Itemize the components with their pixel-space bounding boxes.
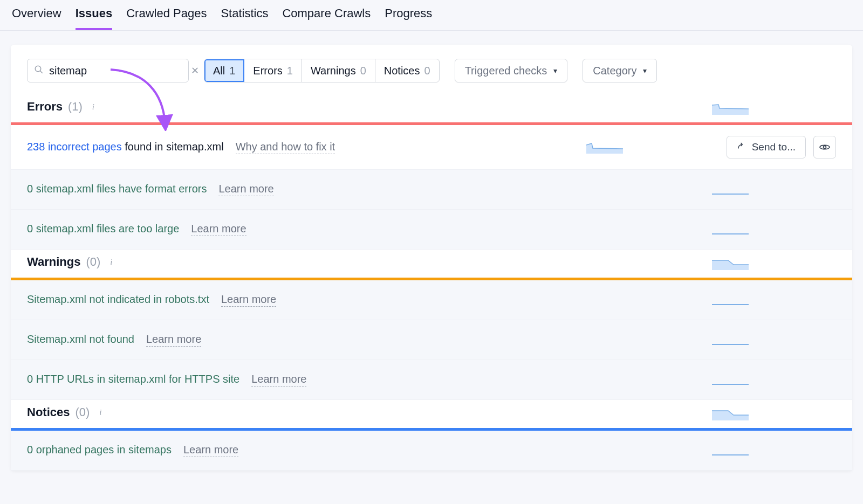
warnings-title: Warnings xyxy=(27,255,80,269)
learn-more-link[interactable]: Learn more xyxy=(251,373,306,386)
issue-row: 238 incorrect pages found in sitemap.xml… xyxy=(11,125,852,170)
svg-point-2 xyxy=(824,146,826,148)
tab-compare-crawls[interactable]: Compare Crawls xyxy=(282,6,371,30)
tab-overview[interactable]: Overview xyxy=(12,6,61,30)
issue-text: 0 HTTP URLs in sitemap.xml for HTTPS sit… xyxy=(27,373,239,385)
search-input[interactable]: ✕ xyxy=(27,59,189,82)
info-icon[interactable]: i xyxy=(106,257,117,267)
issues-panel: ✕ All 1 Errors 1 Warnings 0 Notices 0 Tr… xyxy=(11,45,852,471)
triggered-checks-label: Triggered checks xyxy=(465,65,547,77)
issue-row: 0 sitemap.xml files have format errors L… xyxy=(11,170,852,210)
filter-notices[interactable]: Notices 0 xyxy=(375,59,439,82)
top-tabs: Overview Issues Crawled Pages Statistics… xyxy=(0,0,863,31)
filter-all[interactable]: All 1 xyxy=(204,59,244,82)
warnings-count: (0) xyxy=(86,255,100,269)
issue-row: 0 HTTP URLs in sitemap.xml for HTTPS sit… xyxy=(11,360,852,400)
view-button[interactable] xyxy=(813,136,836,158)
notices-header-row: Notices (0) i xyxy=(11,400,852,428)
issue-row: 0 orphaned pages in sitemaps Learn more xyxy=(11,431,852,471)
sparkline xyxy=(712,444,836,457)
learn-more-link[interactable]: Learn more xyxy=(191,223,246,236)
notices-title: Notices xyxy=(27,405,70,419)
row-actions: Send to... xyxy=(727,136,836,158)
filter-all-count: 1 xyxy=(229,65,235,77)
issue-text: found in sitemap.xml xyxy=(125,141,223,153)
issue-text: Sitemap.xml not found xyxy=(27,333,134,346)
filter-warnings-label: Warnings xyxy=(311,65,356,77)
svg-line-1 xyxy=(40,71,43,73)
issue-text: Sitemap.xml not indicated in robots.txt xyxy=(27,293,209,306)
sparkline xyxy=(712,223,836,236)
send-to-label: Send to... xyxy=(752,141,796,153)
filter-warnings-count: 0 xyxy=(360,65,366,77)
clear-search-icon[interactable]: ✕ xyxy=(191,65,199,77)
errors-title: Errors xyxy=(27,100,63,114)
tab-issues[interactable]: Issues xyxy=(76,6,113,30)
category-label: Category xyxy=(593,65,636,77)
notices-count: (0) xyxy=(75,405,90,419)
errors-sparkline xyxy=(712,102,836,115)
issue-link[interactable]: 238 incorrect pages xyxy=(27,141,122,153)
chevron-down-icon: ▾ xyxy=(643,66,647,75)
notices-header: Notices (0) i xyxy=(11,400,712,428)
issue-row: 0 sitemap.xml files are too large Learn … xyxy=(11,210,852,250)
issue-row: Sitemap.xml not found Learn more xyxy=(11,320,852,360)
panel-controls: ✕ All 1 Errors 1 Warnings 0 Notices 0 Tr… xyxy=(11,45,852,94)
filter-errors[interactable]: Errors 1 xyxy=(244,59,302,82)
issue-row: Sitemap.xml not indicated in robots.txt … xyxy=(11,280,852,320)
triggered-checks-dropdown[interactable]: Triggered checks ▾ xyxy=(455,59,568,82)
learn-more-link[interactable]: Learn more xyxy=(218,183,273,196)
info-icon[interactable]: i xyxy=(88,101,99,112)
errors-header-row: Errors (1) i xyxy=(11,94,852,122)
type-filter-group: All 1 Errors 1 Warnings 0 Notices 0 xyxy=(204,59,440,82)
filter-errors-label: Errors xyxy=(253,65,282,77)
errors-count: (1) xyxy=(68,100,83,114)
errors-header: Errors (1) i xyxy=(11,94,712,122)
search-icon xyxy=(34,65,44,77)
warnings-header-row: Warnings (0) i xyxy=(11,250,852,278)
chevron-down-icon: ▾ xyxy=(553,66,557,75)
filter-warnings[interactable]: Warnings 0 xyxy=(302,59,375,82)
sparkline xyxy=(712,183,836,196)
learn-more-link[interactable]: Learn more xyxy=(221,293,276,307)
category-dropdown[interactable]: Category ▾ xyxy=(583,59,657,82)
filter-all-label: All xyxy=(213,65,225,77)
info-icon[interactable]: i xyxy=(95,407,106,418)
learn-more-link[interactable]: Learn more xyxy=(183,444,238,457)
sparkline xyxy=(712,374,836,386)
tab-statistics[interactable]: Statistics xyxy=(221,6,268,30)
tab-crawled-pages[interactable]: Crawled Pages xyxy=(126,6,207,30)
notices-sparkline xyxy=(712,408,836,420)
filter-notices-count: 0 xyxy=(424,65,430,77)
eye-icon xyxy=(819,141,830,154)
why-how-link[interactable]: Why and how to fix it xyxy=(236,141,335,154)
filter-notices-label: Notices xyxy=(384,65,420,77)
tab-progress[interactable]: Progress xyxy=(385,6,432,30)
filter-errors-count: 1 xyxy=(287,65,293,77)
warnings-header: Warnings (0) i xyxy=(11,250,712,278)
search-field[interactable] xyxy=(49,65,186,77)
sparkline xyxy=(712,334,836,347)
sparkline xyxy=(586,141,710,154)
learn-more-link[interactable]: Learn more xyxy=(146,333,201,347)
send-to-button[interactable]: Send to... xyxy=(727,136,806,158)
warnings-sparkline xyxy=(712,257,836,270)
issue-text: 0 sitemap.xml files have format errors xyxy=(27,183,207,195)
issue-text: 0 orphaned pages in sitemaps xyxy=(27,444,172,456)
sparkline xyxy=(712,294,836,307)
svg-point-0 xyxy=(35,66,41,72)
share-arrow-icon xyxy=(737,141,746,153)
issue-text: 0 sitemap.xml files are too large xyxy=(27,223,179,235)
